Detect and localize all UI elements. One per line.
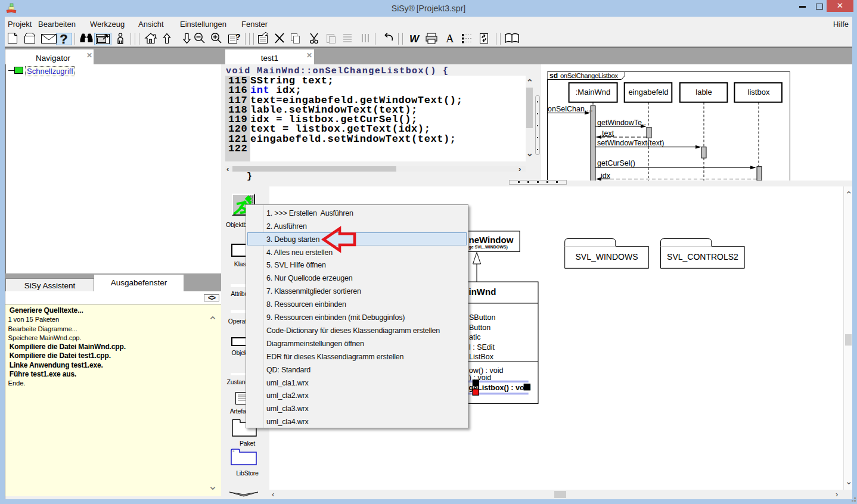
svg-text:getWindowTe..: getWindowTe.. [597,119,646,127]
svg-text:SButton: SButton [469,313,496,322]
svg-text:onSelChangeListbox: onSelChangeListbox [560,72,618,79]
svg-text:Button: Button [469,323,490,332]
svg-text:idx: idx [601,172,611,180]
svg-text:ge SVL_WINDOWS): ge SVL_WINDOWS) [469,245,508,250]
svg-text:l : SEdit: l : SEdit [469,343,495,351]
svg-text:atic: atic [469,333,480,341]
svg-text:eingabefeld: eingabefeld [628,88,668,97]
svg-text:SVL_WINDOWS: SVL_WINDOWS [575,252,638,262]
svg-text:neWindow: neWindow [469,235,514,245]
svg-text:inWnd: inWnd [469,287,496,297]
svg-text:sd: sd [549,71,558,80]
svg-text:?: ? [60,32,67,46]
svg-text:SVL_CONTROLS2: SVL_CONTROLS2 [667,252,738,262]
svg-text:ListBox: ListBox [469,353,494,361]
svg-text:?: ? [235,32,241,42]
svg-text:A: A [446,32,454,45]
svg-text:setWindowText(text): setWindowText(text) [597,139,665,147]
svg-text:listbox: listbox [748,88,770,97]
svg-text:W: W [409,33,420,45]
svg-text:getCurSel(): getCurSel() [597,159,635,167]
svg-text:lable: lable [695,88,712,97]
svg-text:text: text [602,129,614,138]
svg-text::MainWnd: :MainWnd [576,88,611,97]
